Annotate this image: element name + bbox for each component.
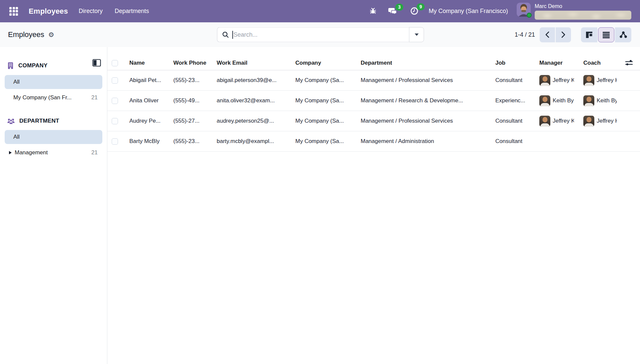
table-row[interactable]: Barty McBly (555)-23... barty.mcbly@exam… [107,131,640,152]
cell-coach [577,131,619,151]
activities-icon[interactable]: 9 [409,6,419,16]
table-header-row: Name Work Phone Work Email Company Depar… [107,56,640,70]
column-header-work-email[interactable]: Work Email [210,56,289,70]
cell-name: Audrey Pe... [123,111,167,131]
column-header-name[interactable]: Name [123,56,167,70]
cell-work-phone: (555)-23... [167,70,210,90]
cell-company: My Company (Sa... [289,91,354,111]
cell-manager [533,131,577,151]
breadcrumb: Employees ⚙ [8,30,55,39]
cell-department: Management / Research & Developme... [354,91,489,111]
chevron-left-icon [545,31,550,38]
gear-icon[interactable]: ⚙ [48,31,55,39]
company-filter-section: COMPANY All My Company (San Fr... 21 [0,62,107,105]
cell-manager: Keith Byr [533,91,577,111]
top-navbar: Employees Directory Departments 3 [0,0,640,22]
pager-next-button[interactable] [556,27,571,42]
kanban-view-button[interactable] [581,27,597,42]
search-bar [217,27,424,42]
row-checkbox[interactable] [112,98,118,104]
company-icon [7,62,14,70]
hierarchy-view-button[interactable] [615,27,631,42]
cell-name: Anita Oliver [123,91,167,111]
cell-work-phone: (555)-23... [167,131,210,151]
adjust-columns-icon[interactable] [624,59,634,67]
app-name[interactable]: Employees [29,7,68,16]
company-switcher[interactable]: My Company (San Francisco) [429,8,508,15]
row-checkbox[interactable] [112,118,118,124]
cell-work-email: audrey.peterson25@... [210,111,289,131]
apps-menu-button[interactable] [8,6,19,17]
menu-departments[interactable]: Departments [113,6,150,17]
column-header-work-phone[interactable]: Work Phone [167,56,210,70]
cell-name: Barty McBly [123,131,167,151]
apps-grid-icon [9,7,18,16]
table-row[interactable]: Audrey Pe... (555)-27... audrey.peterson… [107,111,640,131]
select-all-checkbox[interactable] [112,60,118,66]
cell-coach: Jeffrey K [577,70,619,90]
cell-manager: Jeffrey K [533,70,577,90]
messages-badge: 3 [395,4,403,11]
list-view-button[interactable] [598,27,614,42]
search-options-toggle[interactable] [409,27,424,42]
search-input[interactable] [233,31,406,38]
list-view-icon [602,31,610,38]
filter-company-my-company[interactable]: My Company (San Fr... 21 [5,91,102,105]
search-icon [222,31,229,38]
table-row[interactable]: Anita Oliver (555)-49... anita.oliver32@… [107,91,640,111]
cell-work-email: anita.oliver32@exam... [210,91,289,111]
cell-name: Abigail Pet... [123,70,167,90]
debug-bug-icon[interactable] [368,6,378,16]
cell-job: Experienc... [489,91,533,111]
cell-manager: Jeffrey K [533,111,577,131]
filter-department-management[interactable]: Management 21 [5,146,102,160]
cell-work-phone: (555)-27... [167,111,210,131]
row-checkbox[interactable] [112,77,118,84]
expand-caret-icon[interactable] [9,151,12,154]
department-count: 21 [91,149,98,156]
row-checkbox[interactable] [112,138,118,145]
chevron-right-icon [561,31,566,38]
menu-directory[interactable]: Directory [77,6,104,17]
cell-department: Management / Professional Services [354,111,489,131]
manager-avatar [539,75,550,86]
column-header-department[interactable]: Department [354,56,489,70]
chevron-down-icon [415,34,419,36]
filter-department-all[interactable]: All [5,130,102,144]
hierarchy-view-icon [619,31,627,38]
search-panel-sidebar: COMPANY All My Company (San Fr... 21 [0,47,107,364]
employees-list-view: Name Work Phone Work Email Company Depar… [107,47,640,364]
company-count: 21 [91,94,98,101]
cell-coach: Keith Byr [577,91,619,111]
department-filter-section: DEPARTMENT All Management 21 [0,117,107,160]
user-info-redacted [535,11,631,20]
cell-company: My Company (Sa... [289,111,354,131]
cell-coach: Jeffrey K [577,111,619,131]
user-menu[interactable]: Marc Demo [517,3,631,19]
table-row[interactable]: Abigail Pet... (555)-23... abigail.peter… [107,70,640,91]
messages-icon[interactable]: 3 [388,6,398,16]
column-header-company[interactable]: Company [289,56,354,70]
filter-company-all[interactable]: All [5,75,102,89]
column-header-manager[interactable]: Manager [533,56,577,70]
coach-avatar [583,95,594,106]
cell-work-email: barty.mcbly@exampl... [210,131,289,151]
pager-previous-button[interactable] [540,27,555,42]
pager-value[interactable]: 1-4 / 21 [515,31,535,38]
company-section-title: COMPANY [18,62,48,69]
column-header-job[interactable]: Job [489,56,533,70]
online-status-dot [527,13,532,18]
activities-badge: 9 [417,3,425,10]
user-avatar [517,3,531,17]
cell-department: Management / Professional Services [354,70,489,90]
cell-company: My Company (Sa... [289,70,354,90]
panel-toggle-icon[interactable] [92,58,102,68]
cell-job: Consultant [489,131,533,151]
manager-avatar [539,116,550,127]
page-title: Employees [8,30,44,39]
cell-job: Consultant [489,70,533,90]
cell-company: My Company (Sa... [289,131,354,151]
cell-work-phone: (555)-49... [167,91,210,111]
column-header-coach[interactable]: Coach [577,56,619,70]
cell-department: Management / Administration [354,131,489,151]
